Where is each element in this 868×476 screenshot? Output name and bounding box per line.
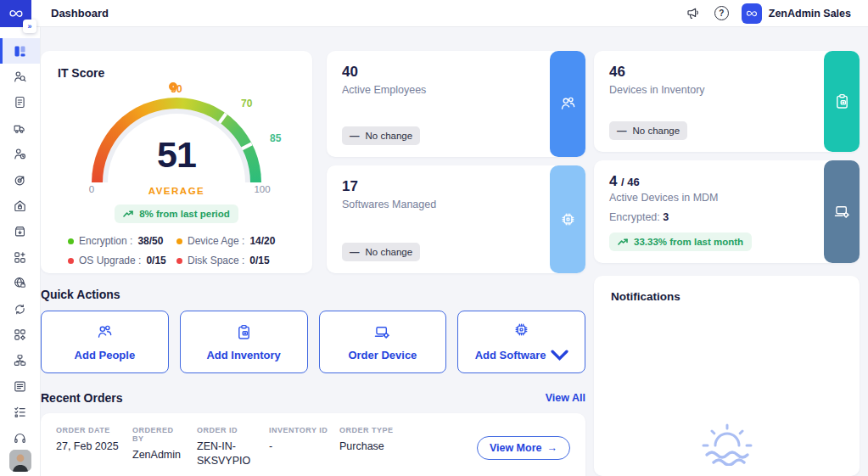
stat-value: 46 <box>609 64 625 81</box>
sidebar-item-package[interactable] <box>0 219 40 244</box>
order-type-column: ORDER TYPE Purchase <box>339 426 407 454</box>
stat-card-softwares-managed[interactable]: 17 Softwares Managed —No change <box>327 165 585 273</box>
help-icon[interactable]: ? <box>714 6 729 20</box>
quick-actions-title: Quick Actions <box>41 288 585 301</box>
stat-panel <box>550 165 585 273</box>
recent-orders-title: Recent Orders <box>41 391 122 405</box>
person-time-icon <box>13 147 27 161</box>
stat-card-mdm-devices[interactable]: 4 / 46 Active Devices in MDM Encrypted: … <box>594 160 860 263</box>
sidebar-item-support[interactable] <box>0 425 40 451</box>
sidebar-item-people[interactable] <box>0 64 40 89</box>
sidebar-item-dashboard[interactable] <box>0 38 40 64</box>
trend-up-icon <box>618 238 629 246</box>
page-title: Dashboard <box>51 7 109 20</box>
main-content: IT Score 50 70 85 0 100 <box>41 27 868 476</box>
add-inventory-button[interactable]: Add Inventory <box>180 311 308 373</box>
encrypted-count: Encrypted: 3 <box>609 211 669 223</box>
it-score-title: IT Score <box>58 66 295 80</box>
org-switcher[interactable]: ZenAdmin Sales <box>742 3 851 24</box>
sidebar-expand-button[interactable]: » <box>23 20 36 33</box>
order-id-column: ORDER ID ZEN-IN-SKSVYPIO <box>197 426 258 468</box>
avatar-photo <box>9 450 31 472</box>
stat-card-devices-inventory[interactable]: 46 Devices in Inventory —No change <box>594 51 860 152</box>
sidebar-item-apps-add[interactable] <box>0 244 40 270</box>
stat-value: 4 / 46 <box>609 173 640 190</box>
no-change-badge: —No change <box>342 243 420 261</box>
sidebar-item-person-time[interactable] <box>0 142 40 167</box>
topbar-actions: ? ZenAdmin Sales <box>685 3 868 24</box>
chip-icon <box>559 210 577 228</box>
orange-dot-icon <box>176 238 182 244</box>
announcements-icon[interactable] <box>685 5 702 22</box>
apps-add-icon <box>13 250 27 265</box>
sidebar-item-sync[interactable] <box>0 296 40 322</box>
headset-icon <box>13 431 27 445</box>
view-more-button[interactable]: View More→ <box>477 436 570 460</box>
sidebar-item-org-chart[interactable] <box>0 348 40 373</box>
stat-label: Active Devices in MDM <box>609 192 719 204</box>
sidebar-item-goals[interactable] <box>0 167 40 193</box>
green-dot-icon <box>68 238 74 244</box>
org-name: ZenAdmin Sales <box>769 8 851 20</box>
sidebar-item-apps-settings[interactable] <box>0 322 40 347</box>
recent-orders-card: ORDER DATE 27, Feb 2025 ORDERED BY ZenAd… <box>41 413 585 476</box>
people-search-icon <box>13 70 27 84</box>
laptop-gear-icon <box>833 203 851 221</box>
web-security-icon <box>13 276 27 290</box>
chip-icon <box>512 321 530 339</box>
list-icon <box>13 379 27 394</box>
stat-panel <box>550 51 585 157</box>
stat-value: 40 <box>342 64 358 81</box>
sidebar-item-web-security[interactable] <box>0 271 40 296</box>
notifications-empty-state <box>594 412 860 466</box>
delivery-icon <box>13 121 27 136</box>
sidebar-item-delivery[interactable] <box>0 115 40 141</box>
stat-panel <box>824 160 860 263</box>
sidebar-item-home-security[interactable] <box>0 193 40 218</box>
people-icon <box>559 95 577 113</box>
arrow-right-icon: → <box>547 442 558 454</box>
gauge-marker-label: 50 <box>168 83 185 95</box>
dash-icon: — <box>617 126 627 136</box>
zenadmin-logo-icon <box>8 5 25 22</box>
it-score-legend: Encryption :38/50 Device Age :14/20 OS U… <box>58 235 295 266</box>
stat-card-active-employees[interactable]: 40 Active Employees —No change <box>327 51 585 157</box>
people-icon <box>96 323 114 341</box>
it-score-card: IT Score 50 70 85 0 100 <box>41 51 312 273</box>
target-icon <box>13 173 27 188</box>
inventory-id-column: INVENTORY ID - <box>269 426 328 454</box>
dash-icon: — <box>350 247 360 257</box>
it-score-value: 51 <box>58 134 295 176</box>
add-software-button[interactable]: Add Software <box>457 311 585 373</box>
clipboard-device-icon <box>833 92 851 110</box>
legend-device-age: Device Age :14/20 <box>176 235 285 247</box>
org-logo-icon <box>742 3 762 24</box>
sync-icon <box>13 302 27 316</box>
it-score-status: AVERAGE <box>58 186 295 196</box>
dashboard-icon <box>13 44 27 59</box>
order-date-column: ORDER DATE 27, Feb 2025 <box>56 426 121 454</box>
notifications-title: Notifications <box>611 290 843 303</box>
user-avatar[interactable] <box>9 450 31 472</box>
it-score-change-badge: 8% from last period <box>115 204 238 223</box>
red-dot-icon <box>68 258 74 264</box>
no-change-badge: —No change <box>342 126 420 145</box>
notes-icon <box>13 95 27 109</box>
package-icon <box>13 224 27 238</box>
stat-label: Devices in Inventory <box>609 84 705 96</box>
stat-label: Softwares Managed <box>342 199 436 210</box>
view-all-link[interactable]: View All <box>546 392 585 404</box>
legend-disk-space: Disk Space :0/15 <box>176 255 285 266</box>
add-people-button[interactable]: Add People <box>41 311 169 373</box>
sunrise-icon <box>692 412 763 466</box>
dashboard-app: Dashboard ? ZenAdmin Sales » <box>0 0 868 476</box>
no-change-badge: —No change <box>609 121 687 140</box>
sidebar-item-list[interactable] <box>0 373 40 399</box>
sidebar-item-checklist[interactable] <box>0 399 40 424</box>
sidebar-item-notes[interactable] <box>0 90 40 115</box>
red-dot-icon <box>176 258 182 264</box>
order-device-button[interactable]: Order Device <box>319 311 447 373</box>
sidebar <box>0 27 41 476</box>
quick-actions: Add People Add Inventory Order Device Ad… <box>41 311 585 373</box>
sidebar-nav <box>0 27 40 451</box>
